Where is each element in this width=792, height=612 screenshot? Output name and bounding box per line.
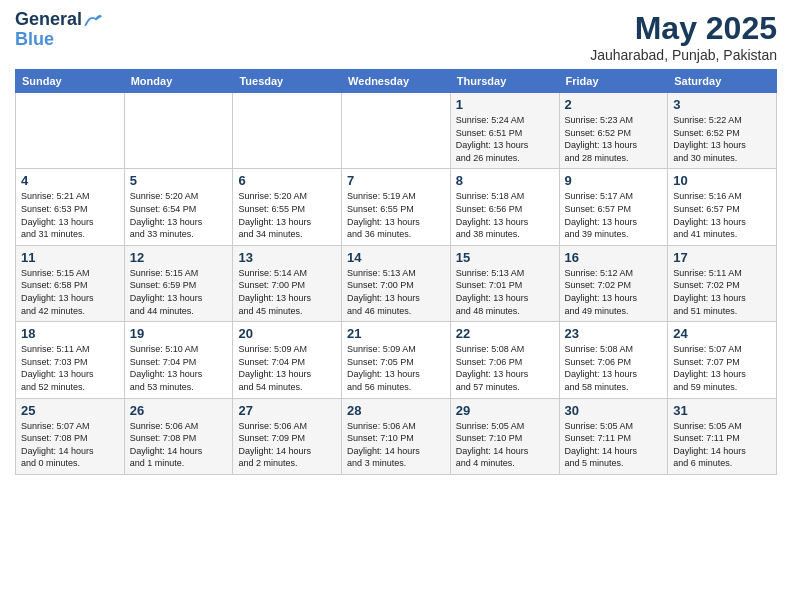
- header-cell-sunday: Sunday: [16, 70, 125, 93]
- day-info: Sunrise: 5:06 AM Sunset: 7:08 PM Dayligh…: [130, 420, 228, 470]
- day-number: 13: [238, 250, 336, 265]
- calendar-cell: [342, 93, 451, 169]
- calendar-cell: 31Sunrise: 5:05 AM Sunset: 7:11 PM Dayli…: [668, 398, 777, 474]
- day-info: Sunrise: 5:06 AM Sunset: 7:10 PM Dayligh…: [347, 420, 445, 470]
- calendar-header: SundayMondayTuesdayWednesdayThursdayFrid…: [16, 70, 777, 93]
- day-info: Sunrise: 5:07 AM Sunset: 7:07 PM Dayligh…: [673, 343, 771, 393]
- day-number: 25: [21, 403, 119, 418]
- day-number: 7: [347, 173, 445, 188]
- header-cell-tuesday: Tuesday: [233, 70, 342, 93]
- header-cell-thursday: Thursday: [450, 70, 559, 93]
- calendar-table: SundayMondayTuesdayWednesdayThursdayFrid…: [15, 69, 777, 475]
- day-number: 30: [565, 403, 663, 418]
- day-info: Sunrise: 5:11 AM Sunset: 7:03 PM Dayligh…: [21, 343, 119, 393]
- calendar-week-1: 1Sunrise: 5:24 AM Sunset: 6:51 PM Daylig…: [16, 93, 777, 169]
- day-info: Sunrise: 5:20 AM Sunset: 6:54 PM Dayligh…: [130, 190, 228, 240]
- day-number: 15: [456, 250, 554, 265]
- calendar-cell: 9Sunrise: 5:17 AM Sunset: 6:57 PM Daylig…: [559, 169, 668, 245]
- calendar-cell: 10Sunrise: 5:16 AM Sunset: 6:57 PM Dayli…: [668, 169, 777, 245]
- day-info: Sunrise: 5:11 AM Sunset: 7:02 PM Dayligh…: [673, 267, 771, 317]
- day-info: Sunrise: 5:20 AM Sunset: 6:55 PM Dayligh…: [238, 190, 336, 240]
- day-number: 14: [347, 250, 445, 265]
- day-info: Sunrise: 5:18 AM Sunset: 6:56 PM Dayligh…: [456, 190, 554, 240]
- day-number: 20: [238, 326, 336, 341]
- day-number: 12: [130, 250, 228, 265]
- day-info: Sunrise: 5:08 AM Sunset: 7:06 PM Dayligh…: [565, 343, 663, 393]
- day-number: 23: [565, 326, 663, 341]
- day-info: Sunrise: 5:06 AM Sunset: 7:09 PM Dayligh…: [238, 420, 336, 470]
- day-number: 22: [456, 326, 554, 341]
- day-info: Sunrise: 5:09 AM Sunset: 7:05 PM Dayligh…: [347, 343, 445, 393]
- calendar-cell: 17Sunrise: 5:11 AM Sunset: 7:02 PM Dayli…: [668, 245, 777, 321]
- logo-blue: Blue: [15, 30, 102, 50]
- header-cell-friday: Friday: [559, 70, 668, 93]
- day-number: 26: [130, 403, 228, 418]
- page-container: General Blue May 2025 Jauharabad, Punjab…: [0, 0, 792, 485]
- day-info: Sunrise: 5:09 AM Sunset: 7:04 PM Dayligh…: [238, 343, 336, 393]
- day-info: Sunrise: 5:15 AM Sunset: 6:58 PM Dayligh…: [21, 267, 119, 317]
- calendar-cell: 1Sunrise: 5:24 AM Sunset: 6:51 PM Daylig…: [450, 93, 559, 169]
- calendar-cell: 12Sunrise: 5:15 AM Sunset: 6:59 PM Dayli…: [124, 245, 233, 321]
- calendar-week-5: 25Sunrise: 5:07 AM Sunset: 7:08 PM Dayli…: [16, 398, 777, 474]
- calendar-cell: 15Sunrise: 5:13 AM Sunset: 7:01 PM Dayli…: [450, 245, 559, 321]
- day-info: Sunrise: 5:19 AM Sunset: 6:55 PM Dayligh…: [347, 190, 445, 240]
- calendar-week-2: 4Sunrise: 5:21 AM Sunset: 6:53 PM Daylig…: [16, 169, 777, 245]
- day-info: Sunrise: 5:24 AM Sunset: 6:51 PM Dayligh…: [456, 114, 554, 164]
- day-number: 5: [130, 173, 228, 188]
- day-number: 28: [347, 403, 445, 418]
- calendar-cell: 11Sunrise: 5:15 AM Sunset: 6:58 PM Dayli…: [16, 245, 125, 321]
- calendar-cell: 6Sunrise: 5:20 AM Sunset: 6:55 PM Daylig…: [233, 169, 342, 245]
- day-number: 24: [673, 326, 771, 341]
- calendar-cell: 20Sunrise: 5:09 AM Sunset: 7:04 PM Dayli…: [233, 322, 342, 398]
- day-info: Sunrise: 5:17 AM Sunset: 6:57 PM Dayligh…: [565, 190, 663, 240]
- day-info: Sunrise: 5:05 AM Sunset: 7:11 PM Dayligh…: [565, 420, 663, 470]
- day-number: 4: [21, 173, 119, 188]
- calendar-cell: 27Sunrise: 5:06 AM Sunset: 7:09 PM Dayli…: [233, 398, 342, 474]
- day-info: Sunrise: 5:10 AM Sunset: 7:04 PM Dayligh…: [130, 343, 228, 393]
- calendar-cell: 30Sunrise: 5:05 AM Sunset: 7:11 PM Dayli…: [559, 398, 668, 474]
- day-number: 29: [456, 403, 554, 418]
- day-number: 1: [456, 97, 554, 112]
- calendar-title: May 2025: [590, 10, 777, 47]
- calendar-cell: 3Sunrise: 5:22 AM Sunset: 6:52 PM Daylig…: [668, 93, 777, 169]
- calendar-cell: 2Sunrise: 5:23 AM Sunset: 6:52 PM Daylig…: [559, 93, 668, 169]
- calendar-cell: 7Sunrise: 5:19 AM Sunset: 6:55 PM Daylig…: [342, 169, 451, 245]
- day-info: Sunrise: 5:16 AM Sunset: 6:57 PM Dayligh…: [673, 190, 771, 240]
- day-info: Sunrise: 5:15 AM Sunset: 6:59 PM Dayligh…: [130, 267, 228, 317]
- day-number: 8: [456, 173, 554, 188]
- calendar-cell: 23Sunrise: 5:08 AM Sunset: 7:06 PM Dayli…: [559, 322, 668, 398]
- day-info: Sunrise: 5:08 AM Sunset: 7:06 PM Dayligh…: [456, 343, 554, 393]
- day-number: 6: [238, 173, 336, 188]
- calendar-week-3: 11Sunrise: 5:15 AM Sunset: 6:58 PM Dayli…: [16, 245, 777, 321]
- header-row: SundayMondayTuesdayWednesdayThursdayFrid…: [16, 70, 777, 93]
- day-number: 17: [673, 250, 771, 265]
- calendar-cell: 21Sunrise: 5:09 AM Sunset: 7:05 PM Dayli…: [342, 322, 451, 398]
- calendar-cell: 14Sunrise: 5:13 AM Sunset: 7:00 PM Dayli…: [342, 245, 451, 321]
- day-number: 21: [347, 326, 445, 341]
- page-header: General Blue May 2025 Jauharabad, Punjab…: [15, 10, 777, 63]
- day-info: Sunrise: 5:21 AM Sunset: 6:53 PM Dayligh…: [21, 190, 119, 240]
- day-number: 10: [673, 173, 771, 188]
- title-block: May 2025 Jauharabad, Punjab, Pakistan: [590, 10, 777, 63]
- day-number: 11: [21, 250, 119, 265]
- calendar-cell: 13Sunrise: 5:14 AM Sunset: 7:00 PM Dayli…: [233, 245, 342, 321]
- day-info: Sunrise: 5:05 AM Sunset: 7:10 PM Dayligh…: [456, 420, 554, 470]
- calendar-cell: 16Sunrise: 5:12 AM Sunset: 7:02 PM Dayli…: [559, 245, 668, 321]
- logo-icon: [84, 11, 102, 29]
- day-info: Sunrise: 5:13 AM Sunset: 7:01 PM Dayligh…: [456, 267, 554, 317]
- header-cell-saturday: Saturday: [668, 70, 777, 93]
- calendar-cell: 18Sunrise: 5:11 AM Sunset: 7:03 PM Dayli…: [16, 322, 125, 398]
- day-info: Sunrise: 5:12 AM Sunset: 7:02 PM Dayligh…: [565, 267, 663, 317]
- day-info: Sunrise: 5:05 AM Sunset: 7:11 PM Dayligh…: [673, 420, 771, 470]
- day-info: Sunrise: 5:07 AM Sunset: 7:08 PM Dayligh…: [21, 420, 119, 470]
- calendar-cell: 8Sunrise: 5:18 AM Sunset: 6:56 PM Daylig…: [450, 169, 559, 245]
- day-number: 2: [565, 97, 663, 112]
- calendar-cell: [233, 93, 342, 169]
- calendar-cell: 4Sunrise: 5:21 AM Sunset: 6:53 PM Daylig…: [16, 169, 125, 245]
- calendar-cell: 22Sunrise: 5:08 AM Sunset: 7:06 PM Dayli…: [450, 322, 559, 398]
- day-info: Sunrise: 5:14 AM Sunset: 7:00 PM Dayligh…: [238, 267, 336, 317]
- day-number: 27: [238, 403, 336, 418]
- calendar-cell: 26Sunrise: 5:06 AM Sunset: 7:08 PM Dayli…: [124, 398, 233, 474]
- day-number: 16: [565, 250, 663, 265]
- calendar-subtitle: Jauharabad, Punjab, Pakistan: [590, 47, 777, 63]
